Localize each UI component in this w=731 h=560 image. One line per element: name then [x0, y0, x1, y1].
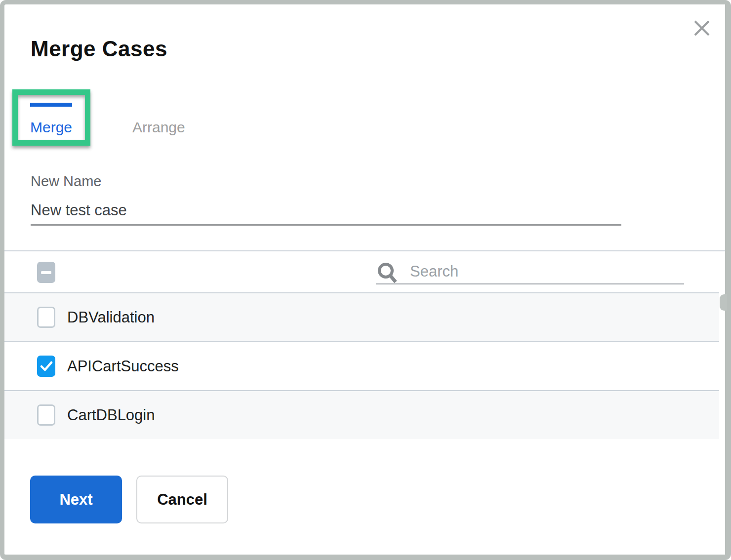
search-input[interactable]	[410, 260, 684, 284]
next-button[interactable]: Next	[30, 476, 122, 523]
list-item-label: DBValidation	[67, 309, 155, 326]
active-tab-indicator	[30, 103, 72, 107]
list-item[interactable]: APICartSuccess	[4, 341, 719, 390]
select-all-checkbox-indeterminate[interactable]	[37, 262, 55, 283]
new-name-label: New Name	[31, 173, 101, 190]
cancel-button[interactable]: Cancel	[136, 476, 228, 523]
new-name-input[interactable]	[31, 197, 621, 226]
scrollbar-thumb[interactable]	[720, 294, 727, 311]
minus-icon	[41, 271, 51, 274]
page-title: Merge Cases	[31, 37, 167, 61]
checkbox[interactable]	[37, 404, 55, 426]
list-item-label: APICartSuccess	[67, 358, 179, 375]
checkbox[interactable]	[37, 307, 55, 328]
merge-cases-dialog: Merge Cases Merge Arrange New Name DBVal…	[0, 0, 731, 560]
tab-arrange[interactable]: Arrange	[132, 119, 185, 136]
list-item[interactable]: CartDBLogin	[4, 390, 719, 439]
test-case-list: DBValidation APICartSuccess CartDBLogin	[4, 293, 719, 439]
search-underline	[376, 283, 410, 284]
list-item[interactable]: DBValidation	[4, 293, 719, 341]
search-icon	[376, 261, 399, 284]
check-icon	[40, 361, 53, 372]
list-item-label: CartDBLogin	[67, 406, 155, 424]
annotation-rectangle	[12, 89, 90, 146]
tab-merge[interactable]: Merge	[30, 119, 72, 136]
divider	[4, 250, 725, 251]
checkbox[interactable]	[37, 356, 55, 377]
close-icon[interactable]	[691, 18, 712, 39]
